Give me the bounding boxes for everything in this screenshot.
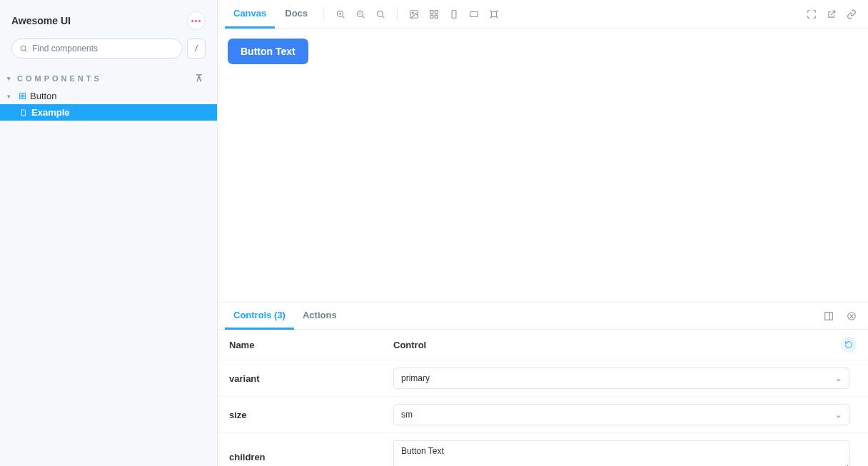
size-select[interactable]: sm ⌄ — [393, 404, 849, 425]
svg-line-25 — [497, 10, 498, 11]
measure-icon[interactable] — [485, 5, 503, 24]
addon-tab-actions[interactable]: Actions — [294, 303, 345, 330]
chevron-down-icon: ⌄ — [835, 410, 842, 420]
search-row: / — [0, 39, 217, 66]
app-title: Awesome UI — [11, 15, 71, 26]
search-box[interactable] — [11, 39, 183, 59]
addon-tab-controls[interactable]: Controls (3) — [225, 303, 294, 330]
component-icon — [17, 92, 27, 100]
open-new-tab-icon[interactable] — [822, 5, 841, 24]
svg-rect-20 — [435, 15, 438, 18]
search-shortcut-button[interactable]: / — [187, 39, 206, 59]
copy-link-icon[interactable] — [842, 5, 861, 24]
svg-line-27 — [497, 16, 498, 18]
addons-orientation-icon[interactable] — [819, 307, 838, 325]
svg-line-14 — [383, 16, 385, 18]
control-row-children: children — [218, 433, 868, 466]
preview-button[interactable]: Button Text — [228, 39, 308, 64]
zoom-reset-icon[interactable] — [371, 5, 390, 24]
control-name: variant — [229, 373, 393, 384]
search-icon — [19, 44, 28, 53]
tab-canvas[interactable]: Canvas — [225, 0, 275, 29]
toolbar-separator — [323, 7, 324, 21]
top-toolbar: Canvas Docs — [218, 0, 868, 29]
chevron-down-icon: ⌄ — [835, 374, 842, 383]
svg-point-0 — [21, 46, 26, 51]
story-icon — [19, 109, 29, 116]
control-name: size — [229, 410, 393, 420]
tree-item-label: Button — [30, 91, 57, 101]
controls-header-row: Name Control — [218, 330, 868, 360]
grid-icon[interactable] — [425, 5, 443, 24]
components-section-header[interactable]: ▾ COMPONENTS ⊼ — [0, 66, 217, 88]
tree-item-button[interactable]: ▾ Button — [0, 88, 217, 104]
zoom-out-icon[interactable] — [351, 5, 370, 24]
svg-rect-23 — [492, 11, 497, 16]
components-label: COMPONENTS — [17, 74, 102, 83]
addons-panel: Controls (3) Actions Name Control varian… — [218, 302, 868, 466]
svg-line-12 — [363, 16, 365, 18]
more-menu-button[interactable]: ••• — [187, 11, 206, 30]
zoom-in-icon[interactable] — [331, 5, 350, 24]
svg-line-24 — [490, 10, 492, 11]
toolbar-separator — [397, 7, 398, 21]
sidebar: Awesome UI ••• / ▾ COMPONENTS ⊼ ▾ Button… — [0, 0, 218, 466]
svg-rect-17 — [430, 10, 433, 13]
svg-rect-22 — [470, 11, 478, 16]
controls-table: Name Control variant primary ⌄ size — [218, 330, 868, 466]
addons-close-icon[interactable] — [842, 307, 861, 325]
variant-select-value: primary — [401, 373, 430, 383]
control-row-variant: variant primary ⌄ — [218, 360, 868, 397]
svg-rect-19 — [430, 15, 433, 18]
svg-rect-4 — [19, 96, 22, 99]
svg-rect-2 — [19, 93, 22, 96]
svg-point-13 — [377, 11, 383, 16]
viewport-small-icon[interactable] — [445, 5, 463, 24]
svg-rect-5 — [22, 96, 25, 99]
children-textarea[interactable] — [393, 440, 849, 466]
background-icon[interactable] — [405, 5, 423, 24]
control-name: children — [229, 452, 393, 462]
controls-reset-button[interactable] — [841, 337, 857, 353]
variant-select[interactable]: primary ⌄ — [393, 368, 849, 389]
chevron-down-icon: ▾ — [7, 93, 14, 100]
svg-rect-18 — [435, 10, 438, 13]
chevron-down-icon: ▾ — [7, 75, 14, 82]
tab-docs[interactable]: Docs — [276, 0, 316, 29]
tree-item-label: Example — [31, 107, 69, 118]
svg-point-16 — [412, 12, 413, 14]
collapse-all-icon[interactable]: ⊼ — [196, 73, 206, 83]
canvas-preview: Button Text — [218, 29, 868, 302]
svg-rect-28 — [825, 312, 833, 320]
column-header-control: Control — [393, 340, 825, 350]
component-tree: ▾ Button Example — [0, 88, 217, 121]
main-panel: Canvas Docs Button Text Controls (3) Act… — [218, 0, 868, 466]
svg-line-26 — [490, 16, 492, 18]
fullscreen-icon[interactable] — [802, 5, 821, 24]
search-input[interactable] — [32, 44, 175, 54]
tree-item-example[interactable]: Example — [0, 104, 217, 121]
column-header-name: Name — [229, 340, 393, 350]
sidebar-header: Awesome UI ••• — [0, 0, 217, 39]
svg-rect-3 — [22, 93, 25, 96]
svg-line-9 — [343, 16, 345, 18]
control-row-size: size sm ⌄ — [218, 397, 868, 433]
size-select-value: sm — [401, 410, 413, 420]
addons-tabs: Controls (3) Actions — [218, 303, 868, 330]
svg-line-1 — [25, 50, 26, 51]
svg-rect-21 — [452, 10, 456, 18]
viewport-icon[interactable] — [465, 5, 483, 24]
